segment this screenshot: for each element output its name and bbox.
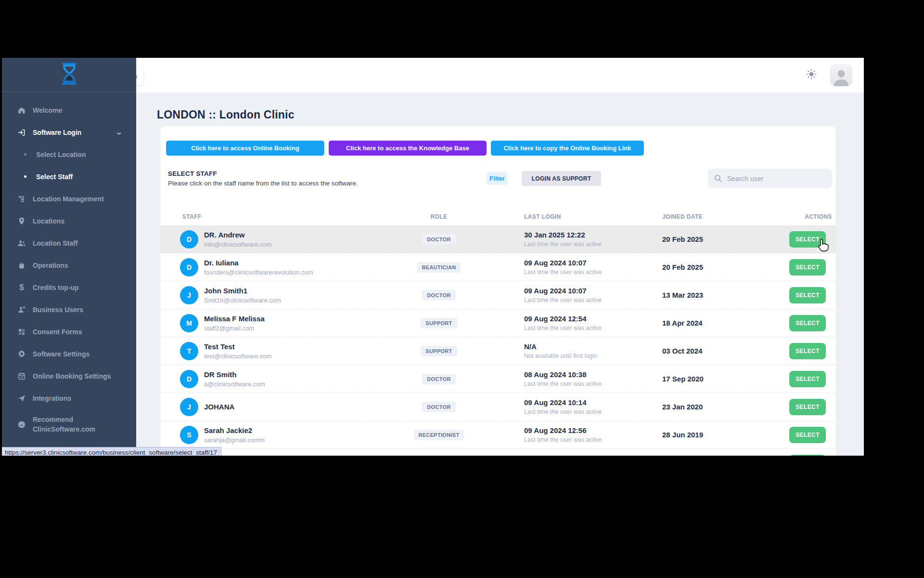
select-staff-button[interactable]: SELECT <box>789 371 826 387</box>
col-header-role[interactable]: ROLE <box>431 213 448 220</box>
table-header: STAFF ROLE LAST LOGIN JOINED DATE ACTION… <box>160 208 836 225</box>
theme-sun-icon[interactable] <box>806 69 817 81</box>
joined-date-cell: 20 Feb 2025 <box>614 263 743 271</box>
actions-cell: SELECT <box>789 259 826 276</box>
sidebar-item-label: Operations <box>33 262 68 269</box>
click-here-to-access-the-knowledge-base-button[interactable]: Click here to access the Knowledge Base <box>329 141 487 156</box>
dollar-icon: $ <box>17 283 26 292</box>
sidebar-item-online-booking-settings[interactable]: Online Booking Settings <box>2 366 136 386</box>
user-plus-icon <box>17 305 26 315</box>
sidebar-item-business-users[interactable]: Business Users <box>2 299 136 320</box>
staff-avatar: J <box>180 398 204 416</box>
role-badge: DOCTOR <box>422 234 455 245</box>
sidebar-item-label: Location Management <box>33 195 104 203</box>
staff-avatar: D <box>180 258 204 276</box>
staff-name-cell[interactable]: Test Testtest@clinicsoftware.com <box>204 342 400 360</box>
staff-role-cell: DOCTOR <box>422 234 455 245</box>
quick-action-buttons: Click here to access Online BookingClick… <box>160 126 836 156</box>
sidebar-item-software-login[interactable]: Software Login⌄ <box>2 122 136 143</box>
col-header-joined-date[interactable]: JOINED DATE <box>614 213 743 220</box>
sidebar-item-recommend-clinicsoftware-com[interactable]: RecommendClinicSoftware.com <box>2 410 136 439</box>
user-avatar[interactable] <box>830 64 852 86</box>
staff-name-cell[interactable]: DR Smitha@clinicsoftware.com <box>204 370 400 388</box>
joined-date-cell: 18 Apr 2024 <box>614 319 743 327</box>
table-row[interactable]: D DR Smitha@clinicsoftware.com DOCTOR 08… <box>160 365 836 393</box>
sidebar-item-integrations[interactable]: Integrations <box>2 388 136 408</box>
select-staff-button[interactable]: SELECT <box>789 455 826 456</box>
sidebar-item-select-location[interactable]: Select Location <box>2 144 136 165</box>
joined-date-cell: 03 Oct 2024 <box>614 347 743 355</box>
filter-button[interactable]: Filter <box>487 172 508 185</box>
staff-role-cell: DOCTOR <box>422 374 455 384</box>
app-logo[interactable] <box>2 58 136 92</box>
main-content: LONDON :: London Clinic Click here to ac… <box>136 92 864 456</box>
staff-name-cell[interactable]: DR. Andrewinfo@clinicsoftware.com <box>204 231 400 248</box>
topbar: « <box>136 58 864 92</box>
col-header-last-login[interactable]: LAST LOGIN <box>477 213 614 220</box>
select-staff-button[interactable]: SELECT <box>789 259 826 276</box>
table-row[interactable]: D DR. Andrewinfo@clinicsoftware.com DOCT… <box>160 225 836 253</box>
sidebar-item-credits-top-up[interactable]: $Credits top-up <box>2 277 136 298</box>
joined-date-cell: 20 Feb 2025 <box>614 235 743 243</box>
last-login-cell: 09 Aug 2024 12:54Last time the user was … <box>477 315 614 331</box>
sidebar-item-label: Select Location <box>36 151 86 158</box>
sidebar-item-label: Software Login <box>33 129 81 136</box>
click-here-to-copy-the-online-booking-link-button[interactable]: Click here to copy the Online Booking Li… <box>491 141 644 156</box>
select-staff-subtitle: Please click on the staff name from the … <box>168 180 487 187</box>
table-row[interactable]: DOCTOR 08 Aug 2024 10:42 23 Jan 2020 SEL… <box>160 449 836 456</box>
map-pin-icon <box>17 216 26 226</box>
joined-date-cell: 28 Jun 2019 <box>614 431 743 439</box>
actions-cell: SELECT <box>789 455 826 456</box>
sidebar-item-consent-forms[interactable]: Consent Forms <box>2 321 136 342</box>
staff-role-cell: SUPPORT <box>421 346 457 356</box>
staff-name-cell[interactable]: JOHANA <box>204 403 400 411</box>
role-badge: DOCTOR <box>422 402 455 412</box>
sidebar-item-select-staff[interactable]: Select Staff <box>2 166 136 187</box>
joined-date-cell: 13 Mar 2023 <box>614 291 743 299</box>
staff-name-cell[interactable]: John Smith1Smit1h@clinicsoftware.com <box>204 287 400 304</box>
actions-cell: SELECT <box>789 371 826 387</box>
chevron-down-icon: ⌄ <box>116 129 123 136</box>
table-row[interactable]: D Dr. Iulianafounders@clinicsoftwarerevo… <box>160 253 836 281</box>
select-staff-button[interactable]: SELECT <box>789 231 826 248</box>
staff-avatar: S <box>180 426 204 444</box>
select-staff-button[interactable]: SELECT <box>789 315 826 331</box>
staff-card: Click here to access Online BookingClick… <box>160 126 836 456</box>
sidebar-item-welcome[interactable]: Welcome <box>2 100 136 120</box>
search-user-input[interactable] <box>708 169 832 188</box>
table-row[interactable]: T Test Testtest@clinicsoftware.com SUPPO… <box>160 337 836 365</box>
staff-name-cell[interactable]: Melissa F Melissastaff2@gmail.com <box>204 315 400 332</box>
table-row[interactable]: S Sarah Jackie2sarahja@gmail.comm RECEPT… <box>160 421 836 449</box>
login-icon <box>17 128 26 137</box>
sidebar-item-location-staff[interactable]: Location Staff <box>2 233 136 253</box>
staff-table-body: D DR. Andrewinfo@clinicsoftware.com DOCT… <box>160 225 836 456</box>
select-staff-button[interactable]: SELECT <box>789 343 826 359</box>
click-here-to-access-online-booking-button[interactable]: Click here to access Online Booking <box>166 141 324 156</box>
select-staff-button[interactable]: SELECT <box>789 427 826 443</box>
select-staff-button[interactable]: SELECT <box>789 287 826 303</box>
sidebar-item-operations[interactable]: Operations <box>2 255 136 276</box>
hourglass-logo-icon <box>59 63 79 87</box>
last-login-cell: 09 Aug 2024 10:07Last time the user was … <box>477 287 614 303</box>
login-as-support-button[interactable]: LOGIN AS SUPPORT <box>522 171 601 186</box>
actions-cell: SELECT <box>789 231 826 248</box>
sidebar-item-label: Online Booking Settings <box>33 372 111 380</box>
staff-name-cell[interactable]: Dr. Iulianafounders@clinicsoftwarerevolu… <box>204 259 400 276</box>
actions-cell: SELECT <box>789 399 826 415</box>
sidebar-item-location-management[interactable]: Location Management <box>2 188 136 209</box>
sidebar: WelcomeSoftware Login⌄Select LocationSel… <box>2 58 136 456</box>
table-row[interactable]: J John Smith1Smit1h@clinicsoftware.com D… <box>160 281 836 309</box>
sidebar-item-software-settings[interactable]: Software Settings <box>2 343 136 364</box>
sidebar-item-locations[interactable]: Locations <box>2 210 136 231</box>
table-row[interactable]: J JOHANA DOCTOR 09 Aug 2024 10:14Last ti… <box>160 393 836 421</box>
staff-name-cell[interactable]: Sarah Jackie2sarahja@gmail.comm <box>204 426 400 444</box>
select-staff-button[interactable]: SELECT <box>789 399 826 415</box>
col-header-staff[interactable]: STAFF <box>180 213 400 220</box>
search-user <box>708 169 832 188</box>
staff-role-cell: DOCTOR <box>422 290 455 301</box>
last-login-cell: 09 Aug 2024 10:07Last time the user was … <box>477 259 614 276</box>
table-row[interactable]: M Melissa F Melissastaff2@gmail.com SUPP… <box>160 309 836 337</box>
topbar-right <box>806 58 852 92</box>
bullet-dot-icon <box>24 153 26 156</box>
people-icon <box>17 238 26 248</box>
